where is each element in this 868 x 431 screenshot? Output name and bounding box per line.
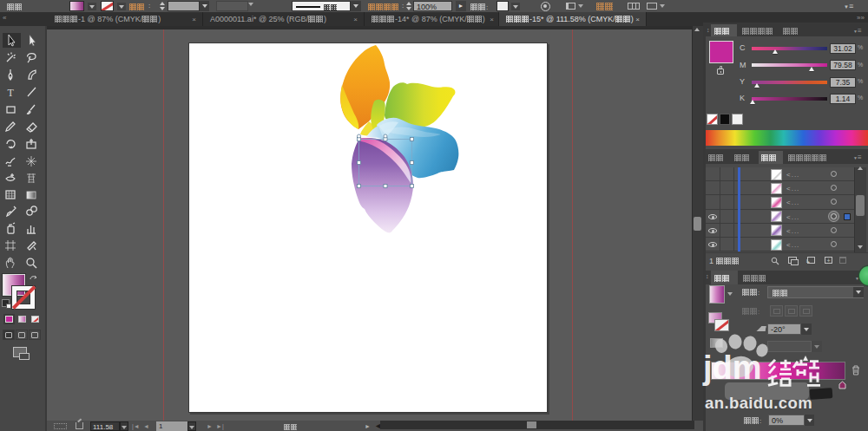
svg-text:T: T xyxy=(8,87,15,99)
